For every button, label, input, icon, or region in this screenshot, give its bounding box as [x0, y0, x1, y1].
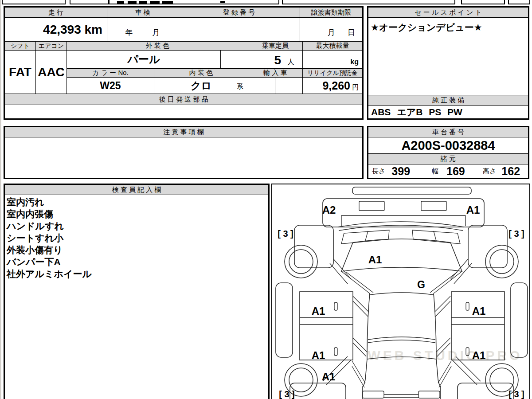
- spec-height-cell: 高さ 162: [479, 164, 528, 178]
- page-left-margin: [0, 0, 1, 399]
- front-fascia-shape: [323, 199, 484, 227]
- sales-point-header: セ ー ル ス ポ イ ン ト: [368, 7, 528, 18]
- inspection-header-label: 車 検: [135, 8, 150, 17]
- capacity-header-label: 乗車定員: [262, 42, 289, 50]
- interior-color-value: クロ: [191, 79, 211, 93]
- spec-length-value: 399: [391, 165, 410, 178]
- import-header: 輸 入 車: [248, 68, 303, 78]
- clipped-cell: [461, 0, 505, 4]
- recycle-value: 9,260: [322, 79, 350, 92]
- clipped-text-fragment: [139, 1, 147, 4]
- registration-header-label: 登 録 番 号: [223, 8, 255, 17]
- sill-left-shape: [276, 283, 293, 357]
- clipped-cell: [70, 0, 109, 4]
- later-parts-header-label: 後 日 発 送 部 品: [159, 95, 208, 104]
- interior-color-value-cell: クロ 系: [154, 77, 248, 94]
- max-load-header-label: 最大積載量: [316, 42, 349, 50]
- mileage-value-cell: 42,393 km: [4, 17, 107, 42]
- max-load-unit: kg: [350, 58, 359, 66]
- mileage-header-label: 走 行: [48, 8, 63, 17]
- mileage-value: 42,393 km: [43, 23, 102, 37]
- inspector-note-line: 外装小傷有り: [7, 244, 268, 256]
- sales-point-value-cell: ★オークションデビュー★: [368, 17, 528, 95]
- sales-point-header-label: セ ー ル ス ポ イ ン ト: [415, 8, 482, 17]
- inspection-year-label: 年: [125, 27, 133, 38]
- shift-value: FAT: [9, 65, 31, 79]
- inspector-table: 検 査 員 記 入 欄 室内汚れ 室内内張傷 ハンドルすれ シートすれ小 外装小…: [4, 184, 270, 399]
- color-no-value-cell: W25: [66, 77, 154, 94]
- aircon-header: エアコン: [35, 41, 67, 51]
- chassis-header-label: 車 台 番 号: [432, 128, 465, 137]
- recycle-unit: 円: [352, 83, 359, 92]
- color-no-value: W25: [100, 80, 121, 92]
- later-parts-header: 後 日 発 送 部 品: [4, 94, 363, 105]
- chassis-table: 車 台 番 号 A200S-0032884 諸 元 長さ 399 幅 169 高…: [367, 126, 529, 179]
- hood-shape: [341, 239, 462, 271]
- damage-label-door-front-right: A1: [472, 305, 486, 317]
- damage-label-front-right: A1: [466, 204, 480, 216]
- clipped-text-fragment: [220, 1, 225, 3]
- headlight-left-shape: [359, 201, 384, 211]
- clipped-top-row: [0, 0, 532, 4]
- sill-right-shape: [511, 283, 528, 357]
- damage-label-door-front-left: A1: [312, 305, 325, 317]
- interior-color-header: 内 装 色: [154, 68, 248, 78]
- recycle-value-cell: 9,260 円: [302, 77, 363, 94]
- inspection-header: 車 検: [107, 7, 178, 18]
- wheel-front-left-shape: [285, 245, 317, 278]
- registration-value-cell: [178, 17, 300, 42]
- rear-panel-left-shape: [290, 383, 346, 399]
- tire-grade-rear-left: [ 3 ]: [279, 389, 295, 399]
- exterior-color-value: パール: [127, 52, 160, 66]
- equipment-header-label: 純 正 装 備: [432, 96, 465, 105]
- equipment-value-cell: ABS エアB PS PW: [368, 106, 528, 119]
- clipped-cell: [508, 0, 530, 4]
- mileage-header: 走 行: [4, 7, 107, 18]
- inspector-header: 検 査 員 記 入 欄: [4, 184, 269, 195]
- exterior-color-header-label: 外 装 色: [145, 42, 169, 50]
- shift-value-cell: FAT: [4, 50, 36, 94]
- clipped-cell: [2, 0, 66, 4]
- inspector-note-line: ハンドルすれ: [7, 220, 268, 232]
- color-no-header: カ ラ ー No.: [66, 68, 154, 78]
- damage-label-quarter-rear-left: A1: [322, 371, 336, 383]
- shift-header: シフト: [4, 41, 36, 51]
- clipped-text-fragment: [128, 1, 137, 4]
- inspector-note-line: バンパー下A: [7, 256, 268, 268]
- damage-label-door-rear-left: A1: [312, 349, 325, 361]
- max-load-value-cell: kg: [302, 50, 363, 69]
- inspector-note-line: シートすれ小: [7, 232, 268, 244]
- inspector-body: 室内汚れ 室内内張傷 ハンドルすれ シートすれ小 外装小傷有り バンパー下A 社…: [4, 195, 269, 399]
- exterior-color-header: 外 装 色: [66, 41, 248, 51]
- wheel-front-right-shape: [485, 245, 518, 278]
- fender-front-left-shape: [294, 225, 333, 268]
- capacity-unit: 人: [287, 58, 294, 67]
- import-header-label: 輸 入 車: [263, 69, 287, 77]
- clipped-text-fragment: [117, 1, 124, 4]
- spec-height-value: 162: [501, 165, 520, 178]
- damage-label-hood: A1: [368, 254, 382, 266]
- door-handle-fr-shape: [466, 302, 469, 310]
- inspector-header-label: 検 査 員 記 入 欄: [112, 186, 161, 194]
- inspector-note-line: 社外アルミホイール: [7, 268, 268, 280]
- equipment-header: 純 正 装 備: [368, 95, 528, 106]
- doors-left-shape: [300, 292, 353, 360]
- spec-length-cell: 長さ 399: [368, 164, 428, 178]
- inspection-value-cell: 年 月: [107, 17, 178, 42]
- tire-grade-front-right: [ 3 ]: [509, 229, 524, 239]
- sales-point-value: ★オークションデビュー★: [371, 22, 482, 32]
- tire-grade-rear-right: [ 3 ]: [509, 389, 524, 399]
- aircon-header-label: エアコン: [39, 42, 64, 50]
- car-damage-diagram: WEB STUDIO.PRO: [272, 184, 529, 399]
- exterior-color-extra-cell: [220, 50, 248, 69]
- tire-grade-front-left: [ 3 ]: [278, 229, 293, 239]
- equipment-value: ABS エアB PS PW: [371, 106, 462, 118]
- notes-header: 注 意 事 項 欄: [4, 127, 363, 137]
- interior-color-suffix: 系: [237, 82, 243, 91]
- tail-lamp-right-shape: [419, 391, 440, 398]
- damage-label-door-rear-right: A1: [472, 349, 486, 361]
- front-bumper-shape: [352, 187, 471, 194]
- inspector-note-line: 室内汚れ: [7, 196, 268, 208]
- notes-table: 注 意 事 項 欄: [4, 126, 364, 179]
- clipped-text-fragment: [150, 1, 160, 4]
